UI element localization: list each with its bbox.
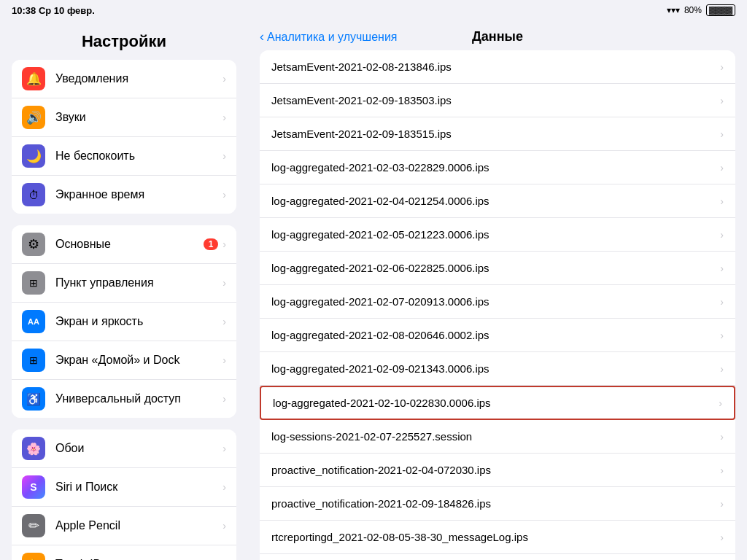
right-panel: ‹ Аналитика и улучшения Данные JetsamEve… [248, 20, 747, 560]
data-list-item[interactable]: log-aggregated-2021-02-03-022829.0006.ip… [260, 151, 735, 184]
back-chevron-icon: ‹ [260, 29, 264, 44]
sidebar-item-touchid[interactable]: 👆 Touch ID и код-пароль › [12, 545, 236, 560]
accessibility-label: Универсальный доступ [55, 392, 218, 405]
chevron-icon: › [222, 150, 226, 162]
wallpaper-label: Обои [55, 442, 218, 455]
chevron-icon: › [222, 354, 226, 366]
controlcenter-icon: ⊞ [22, 271, 45, 295]
sidebar-item-sounds[interactable]: 🔊 Звуки › [12, 98, 236, 137]
data-list-item[interactable]: log-aggregated-2021-02-09-021343.0006.ip… [260, 352, 735, 386]
data-item-label: log-aggregated-2021-02-06-022825.0006.ip… [271, 262, 714, 274]
general-badge: 1 [204, 238, 219, 250]
chevron-icon: › [719, 397, 722, 409]
main-container: Настройки 🔔 Уведомления › 🔊 Звуки › 🌙 Не… [0, 20, 747, 560]
data-item-label: JetsamEvent-2021-02-08-213846.ips [271, 61, 714, 73]
data-item-label: log-aggregated-2021-02-04-021254.0006.ip… [271, 195, 714, 207]
dnd-icon: 🌙 [22, 144, 45, 168]
data-list-item[interactable]: JetsamEvent-2021-02-09-183503.ips› [260, 84, 735, 117]
chevron-icon: › [720, 296, 724, 308]
status-time: 10:38 Ср 10 февр. [12, 5, 95, 16]
data-list-item[interactable]: Spotify.wakeups_resource-2021-02-06-2209… [260, 554, 735, 560]
data-item-label: log-sessions-2021-02-07-225527.session [271, 430, 714, 443]
data-list-item[interactable]: proactive_notification-2021-02-09-184826… [260, 487, 735, 521]
data-item-label: log-aggregated-2021-02-07-020913.0006.ip… [271, 295, 714, 308]
display-icon: AA [22, 310, 45, 333]
data-list-item[interactable]: rtcreportingd_2021-02-08-05-38-30_messag… [260, 521, 735, 554]
back-label: Аналитика и улучшения [267, 31, 398, 44]
chevron-icon: › [720, 162, 724, 174]
data-list-item[interactable]: log-aggregated-2021-02-08-020646.0002.ip… [260, 319, 735, 352]
sidebar-item-dnd[interactable]: 🌙 Не беспокоить › [12, 137, 236, 176]
data-list-item[interactable]: proactive_notification-2021-02-04-072030… [260, 454, 735, 487]
status-indicators: ▾▾▾ 80% ▓▓▓▓ [667, 4, 735, 16]
sidebar-item-display[interactable]: AA Экран и яркость › [12, 303, 236, 341]
chevron-icon: › [720, 431, 724, 443]
data-item-label: JetsamEvent-2021-02-09-183503.ips [271, 94, 714, 106]
chevron-icon: › [222, 189, 226, 201]
dnd-label: Не беспокоить [55, 149, 218, 163]
data-list-item[interactable]: log-aggregated-2021-02-05-021223.0006.ip… [260, 218, 735, 252]
screentime-label: Экранное время [55, 188, 218, 201]
sidebar-item-pencil[interactable]: ✏ Apple Pencil › [12, 507, 236, 545]
chevron-icon: › [222, 73, 226, 85]
sidebar-section-1: 🔔 Уведомления › 🔊 Звуки › 🌙 Не беспокоит… [12, 60, 236, 214]
pencil-icon: ✏ [22, 514, 45, 537]
back-button[interactable]: ‹ Аналитика и улучшения [260, 29, 398, 44]
data-list: JetsamEvent-2021-02-08-213846.ips›Jetsam… [248, 50, 747, 560]
chevron-icon: › [720, 195, 724, 207]
controlcenter-label: Пункт управления [55, 276, 218, 289]
data-item-label: log-aggregated-2021-02-09-021343.0006.ip… [271, 362, 714, 375]
data-list-item[interactable]: log-aggregated-2021-02-07-020913.0006.ip… [260, 285, 735, 319]
touchid-icon: 👆 [22, 553, 45, 560]
data-item-label: log-aggregated-2021-02-10-022830.0006.ip… [273, 397, 713, 409]
screentime-icon: ⏱ [22, 183, 45, 206]
chevron-icon: › [222, 443, 226, 454]
accessibility-icon: ♿ [22, 387, 45, 411]
siri-icon: S [22, 475, 45, 499]
status-bar: 10:38 Ср 10 февр. ▾▾▾ 80% ▓▓▓▓ [0, 0, 747, 20]
chevron-icon: › [222, 393, 226, 405]
sidebar-item-siri[interactable]: S Siri и Поиск › [12, 468, 236, 507]
chevron-icon: › [720, 128, 724, 140]
sidebar-item-accessibility[interactable]: ♿ Универсальный доступ › [12, 380, 236, 418]
sounds-icon: 🔊 [22, 106, 45, 129]
chevron-icon: › [720, 262, 724, 274]
sidebar-item-homescreen[interactable]: ⊞ Экран «Домой» и Dock › [12, 341, 236, 380]
sidebar-item-wallpaper[interactable]: 🌸 Обои › [12, 429, 236, 468]
notifications-icon: 🔔 [22, 67, 45, 90]
sidebar-item-notifications[interactable]: 🔔 Уведомления › [12, 60, 236, 98]
general-icon: ⚙ [22, 233, 45, 256]
data-list-item[interactable]: JetsamEvent-2021-02-09-183515.ips› [260, 117, 735, 151]
sidebar: Настройки 🔔 Уведомления › 🔊 Звуки › 🌙 Не… [0, 20, 248, 560]
data-list-item[interactable]: JetsamEvent-2021-02-08-213846.ips› [260, 50, 735, 84]
sidebar-section-3: 🌸 Обои › S Siri и Поиск › ✏ Apple Pencil… [12, 429, 236, 560]
data-item-label: log-aggregated-2021-02-08-020646.0002.ip… [271, 329, 714, 341]
chevron-icon: › [720, 464, 724, 476]
sidebar-item-general[interactable]: ⚙ Основные 1 › [12, 225, 236, 264]
data-item-label: proactive_notification-2021-02-09-184826… [271, 497, 714, 510]
data-item-label: proactive_notification-2021-02-04-072030… [271, 464, 714, 476]
chevron-icon: › [720, 498, 724, 510]
data-list-item[interactable]: log-aggregated-2021-02-04-021254.0006.ip… [260, 184, 735, 218]
sidebar-section-2: ⚙ Основные 1 › ⊞ Пункт управления › AA Э… [12, 225, 236, 418]
chevron-icon: › [222, 316, 226, 327]
sidebar-item-screentime[interactable]: ⏱ Экранное время › [12, 176, 236, 214]
chevron-icon: › [720, 95, 724, 106]
chevron-icon: › [720, 61, 724, 73]
homescreen-icon: ⊞ [22, 349, 45, 372]
chevron-icon: › [222, 520, 226, 532]
data-list-item[interactable]: log-sessions-2021-02-07-225527.session› [260, 420, 735, 454]
data-list-item[interactable]: log-aggregated-2021-02-10-022830.0006.ip… [260, 386, 735, 420]
chevron-icon: › [222, 112, 226, 123]
data-list-item[interactable]: log-aggregated-2021-02-06-022825.0006.ip… [260, 252, 735, 285]
data-section: JetsamEvent-2021-02-08-213846.ips›Jetsam… [260, 50, 735, 560]
chevron-icon: › [720, 532, 724, 543]
data-item-label: log-aggregated-2021-02-03-022829.0006.ip… [271, 161, 714, 174]
battery-percent: 80% [684, 5, 702, 15]
notifications-label: Уведомления [55, 72, 218, 85]
battery-icon: ▓▓▓▓ [706, 4, 735, 16]
chevron-icon: › [720, 363, 724, 375]
sidebar-item-controlcenter[interactable]: ⊞ Пункт управления › [12, 264, 236, 303]
chevron-icon: › [720, 330, 724, 341]
chevron-icon: › [720, 229, 724, 241]
